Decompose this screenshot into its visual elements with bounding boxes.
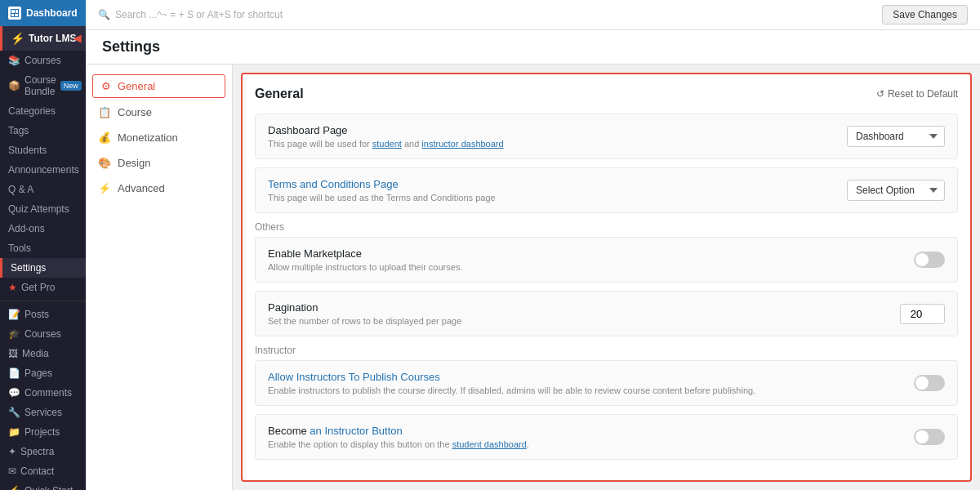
sidebar-item-qa[interactable]: Q & A xyxy=(0,180,86,199)
sidebar-item-students[interactable]: Students xyxy=(0,140,86,160)
become-instructor-label: Become an Instructor Button xyxy=(268,425,914,437)
terms-page-row: Terms and Conditions Page This page will… xyxy=(255,167,958,213)
search-placeholder[interactable]: Search ...^~ = + S or Alt+S for shortcut xyxy=(115,9,283,20)
subnav-course[interactable]: 📋 Course xyxy=(86,100,232,125)
topbar: 🔍 Search ...^~ = + S or Alt+S for shortc… xyxy=(86,0,980,30)
save-changes-button[interactable]: Save Changes xyxy=(882,5,968,24)
pages-icon: 📄 xyxy=(8,368,20,379)
tutor-lms-item[interactable]: ⚡ Tutor LMS ◀ xyxy=(0,26,86,51)
sidebar-item-contact[interactable]: ✉ Contact xyxy=(0,461,86,481)
pagination-label: Pagination xyxy=(268,301,900,314)
tutor-lms-label: Tutor LMS xyxy=(29,33,76,44)
sidebar-item-course-bundle[interactable]: 📦 Course Bundle New xyxy=(0,70,86,101)
spectra-icon: ✦ xyxy=(8,446,16,457)
sidebar-item-get-pro[interactable]: ★ Get Pro xyxy=(0,278,86,297)
settings-layout: ⚙ General 📋 Course 💰 Monetization 🎨 Desi… xyxy=(86,65,980,490)
settings-panel: General ↺ Reset to Default Dashboard Pag… xyxy=(241,73,972,482)
projects-icon: 📁 xyxy=(8,426,20,438)
subnav-design[interactable]: 🎨 Design xyxy=(86,150,232,176)
subnav-monetization[interactable]: 💰 Monetization xyxy=(86,125,232,150)
dashboard-page-desc: This page will be used for student and i… xyxy=(268,139,847,149)
reset-default-button[interactable]: ↺ Reset to Default xyxy=(876,88,958,100)
monetization-icon: 💰 xyxy=(98,131,111,144)
sidebar-item-services[interactable]: 🔧 Services xyxy=(0,403,86,422)
become-instructor-row: Become an Instructor Button Enable the o… xyxy=(255,414,958,460)
general-icon: ⚙ xyxy=(101,80,111,92)
star-icon: ★ xyxy=(8,282,17,293)
reset-label: Reset to Default xyxy=(888,88,958,100)
instructor-label: Instructor xyxy=(255,345,958,356)
services-icon: 🔧 xyxy=(8,407,20,418)
pagination-desc: Set the number of rows to be displayed p… xyxy=(268,316,900,326)
main-wrapper: 🔍 Search ...^~ = + S or Alt+S for shortc… xyxy=(86,0,980,490)
pagination-row: Pagination Set the number of rows to be … xyxy=(255,291,958,336)
subnav-general-label: General xyxy=(118,80,155,92)
dashboard-page-row: Dashboard Page This page will be used fo… xyxy=(255,114,958,159)
dashboard-label: Dashboard xyxy=(26,7,78,19)
sidebar-item-tags[interactable]: Tags xyxy=(0,121,86,140)
settings-content: General ↺ Reset to Default Dashboard Pag… xyxy=(233,65,980,490)
dashboard-icon xyxy=(8,7,21,20)
search-bar: 🔍 Search ...^~ = + S or Alt+S for shortc… xyxy=(98,9,283,20)
sidebar-item-quiz-attempts[interactable]: Quiz Attempts xyxy=(0,199,86,219)
svg-rect-2 xyxy=(16,10,18,13)
become-instructor-toggle[interactable] xyxy=(914,429,945,445)
media-icon: 🖼 xyxy=(8,348,18,359)
terms-page-desc: This page will be used as the Terms and … xyxy=(268,193,847,203)
marketplace-desc: Allow multiple instructors to upload the… xyxy=(268,262,914,272)
subnav-design-label: Design xyxy=(118,157,150,169)
contact-icon: ✉ xyxy=(8,466,16,477)
allow-publish-toggle[interactable] xyxy=(914,375,945,391)
reset-icon: ↺ xyxy=(876,88,884,100)
become-instructor-info: Become an Instructor Button Enable the o… xyxy=(268,425,914,449)
allow-publish-row: Allow Instructors To Publish Courses Ena… xyxy=(255,360,958,406)
svg-rect-3 xyxy=(11,14,14,16)
settings-subnav: ⚙ General 📋 Course 💰 Monetization 🎨 Desi… xyxy=(86,65,233,490)
marketplace-toggle[interactable] xyxy=(914,252,945,268)
sidebar-item-courses[interactable]: 📚 Courses xyxy=(0,51,86,70)
terms-page-label: Terms and Conditions Page xyxy=(268,178,847,190)
comments-icon: 💬 xyxy=(8,387,20,399)
sidebar-item-settings[interactable]: Settings xyxy=(0,258,86,278)
course-icon: 📋 xyxy=(98,106,111,118)
subnav-advanced-label: Advanced xyxy=(118,182,165,194)
sidebar-item-categories[interactable]: Categories xyxy=(0,101,86,121)
sidebar-item-quick-start[interactable]: ⚡ Quick Start xyxy=(0,481,86,490)
terms-page-select[interactable]: Select Option xyxy=(847,180,945,201)
dashboard-link[interactable]: Dashboard xyxy=(0,0,86,26)
others-label: Others xyxy=(255,221,958,233)
become-instructor-desc: Enable the option to display this button… xyxy=(268,439,914,449)
subnav-advanced[interactable]: ⚡ Advanced xyxy=(86,176,232,201)
allow-publish-desc: Enable instructors to publish the course… xyxy=(268,385,914,395)
posts-icon: 📝 xyxy=(8,309,20,320)
sidebar-item-pages[interactable]: 📄 Pages xyxy=(0,363,86,383)
svg-rect-1 xyxy=(11,10,15,13)
sidebar-item-media[interactable]: 🖼 Media xyxy=(0,344,86,363)
sidebar-item-addons[interactable]: Add-ons xyxy=(0,219,86,238)
dashboard-page-select[interactable]: Dashboard xyxy=(847,126,945,147)
sidebar-item-spectra[interactable]: ✦ Spectra xyxy=(0,442,86,461)
sidebar-item-announcements[interactable]: Announcements xyxy=(0,160,86,180)
pagination-input[interactable] xyxy=(900,304,945,324)
arrow-icon: ◀ xyxy=(74,33,81,44)
search-icon: 🔍 xyxy=(98,9,110,20)
dashboard-page-info: Dashboard Page This page will be used fo… xyxy=(268,124,847,149)
pagination-info: Pagination Set the number of rows to be … xyxy=(268,301,900,326)
sidebar-item-projects[interactable]: 📁 Projects xyxy=(0,422,86,442)
subnav-course-label: Course xyxy=(118,106,152,118)
subnav-monetization-label: Monetization xyxy=(118,131,178,144)
terms-page-info: Terms and Conditions Page This page will… xyxy=(268,178,847,203)
sidebar-item-tools[interactable]: Tools xyxy=(0,238,86,258)
quick-start-icon: ⚡ xyxy=(8,485,20,490)
courses-icon: 📚 xyxy=(8,55,20,66)
sidebar-item-wp-courses[interactable]: 🎓 Courses xyxy=(0,324,86,344)
wp-courses-icon: 🎓 xyxy=(8,328,20,340)
page-header: Settings xyxy=(86,30,980,65)
svg-rect-4 xyxy=(15,14,18,16)
subnav-general[interactable]: ⚙ General xyxy=(92,74,225,98)
sidebar-item-comments[interactable]: 💬 Comments xyxy=(0,383,86,403)
panel-title: General xyxy=(255,87,304,101)
sidebar-item-posts[interactable]: 📝 Posts xyxy=(0,305,86,324)
design-icon: 🎨 xyxy=(98,157,111,169)
dashboard-page-label: Dashboard Page xyxy=(268,124,847,136)
